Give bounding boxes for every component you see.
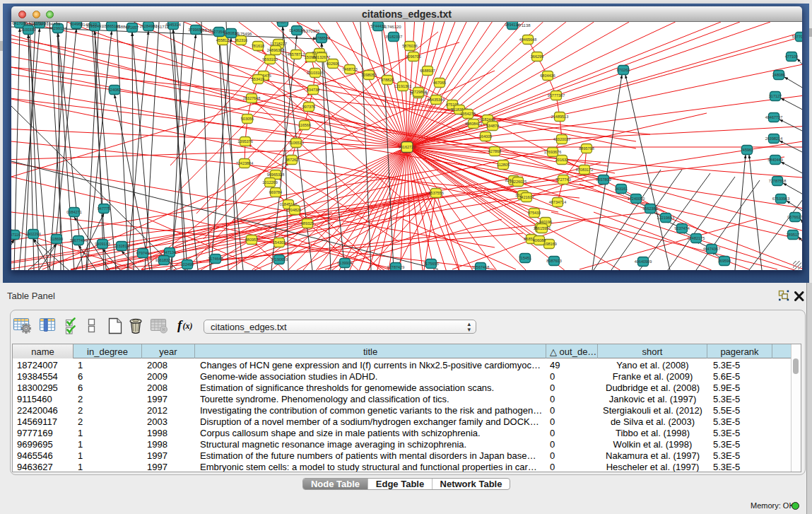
svg-text:6537556: 6537556 <box>428 191 443 195</box>
svg-text:289517: 289517 <box>787 233 799 237</box>
svg-text:9237474: 9237474 <box>674 226 689 230</box>
svg-text:67533963: 67533963 <box>772 197 789 201</box>
svg-text:43320037: 43320037 <box>553 137 570 141</box>
svg-text:22219693: 22219693 <box>657 216 674 220</box>
svg-text:46474367: 46474367 <box>703 247 720 251</box>
svg-text:5840449: 5840449 <box>767 158 782 162</box>
svg-text:74395339: 74395339 <box>24 22 43 26</box>
svg-text:0139904: 0139904 <box>337 261 352 265</box>
svg-text:834738: 834738 <box>307 88 319 92</box>
svg-text:745961: 745961 <box>741 148 753 152</box>
svg-text:102499: 102499 <box>181 262 194 267</box>
svg-text:112805: 112805 <box>497 163 510 167</box>
svg-text:870262: 870262 <box>617 68 630 72</box>
svg-text:95788568: 95788568 <box>313 36 330 40</box>
svg-text:317127: 317127 <box>769 94 782 98</box>
svg-text:46578713: 46578713 <box>288 52 305 57</box>
svg-text:685160: 685160 <box>200 28 215 33</box>
svg-text:154303: 154303 <box>273 240 286 245</box>
svg-text:8087603: 8087603 <box>546 259 561 263</box>
svg-text:715451: 715451 <box>519 256 531 260</box>
svg-text:80132677: 80132677 <box>313 55 330 59</box>
svg-text:978820: 978820 <box>381 78 394 82</box>
svg-text:23226025: 23226025 <box>510 180 526 184</box>
svg-text:85435346: 85435346 <box>428 98 445 102</box>
svg-text:447134: 447134 <box>163 250 176 255</box>
svg-text:5876036: 5876036 <box>402 44 417 48</box>
svg-text:375433: 375433 <box>528 211 541 215</box>
svg-text:366299: 366299 <box>531 54 543 59</box>
svg-text:59770348: 59770348 <box>792 35 802 39</box>
svg-text:72423884: 72423884 <box>236 161 253 165</box>
svg-text:7174648: 7174648 <box>208 257 223 261</box>
svg-text:471138: 471138 <box>517 23 531 28</box>
svg-text:0576627: 0576627 <box>787 215 802 219</box>
svg-text:45299124: 45299124 <box>49 26 66 30</box>
svg-text:48734714: 48734714 <box>549 200 566 204</box>
svg-text:0106513: 0106513 <box>288 141 303 145</box>
svg-text:534874: 534874 <box>486 124 499 128</box>
svg-text:38677496: 38677496 <box>70 238 87 243</box>
svg-text:7451712: 7451712 <box>153 25 170 29</box>
svg-text:24896383: 24896383 <box>267 48 284 52</box>
svg-text:387262: 387262 <box>286 158 298 162</box>
svg-text:51370985: 51370985 <box>301 29 320 33</box>
svg-text:489325: 489325 <box>301 221 314 226</box>
svg-text:17693676: 17693676 <box>544 150 561 154</box>
svg-text:6688937: 6688937 <box>420 69 435 73</box>
svg-text:369594: 369594 <box>718 259 731 263</box>
svg-text:1012269: 1012269 <box>262 180 277 185</box>
svg-text:35182337: 35182337 <box>385 35 402 39</box>
svg-text:318699: 318699 <box>50 237 63 241</box>
svg-text:8727743: 8727743 <box>555 177 570 182</box>
svg-text:8657809: 8657809 <box>596 177 611 182</box>
svg-text:477109: 477109 <box>785 54 798 59</box>
svg-text:880957: 880957 <box>245 238 258 242</box>
svg-text:02787429: 02787429 <box>387 265 404 269</box>
svg-text:90162720: 90162720 <box>399 145 416 149</box>
svg-text:704828: 704828 <box>288 208 301 212</box>
svg-text:96965328: 96965328 <box>267 173 284 177</box>
svg-text:553419: 553419 <box>252 77 264 81</box>
svg-text:781618: 781618 <box>252 44 264 48</box>
svg-text:72787558: 72787558 <box>769 179 786 183</box>
svg-text:12191361: 12191361 <box>394 84 411 88</box>
svg-text:201632: 201632 <box>555 158 568 162</box>
svg-text:679740: 679740 <box>136 251 149 255</box>
svg-text:047116: 047116 <box>11 233 20 237</box>
svg-text:997376: 997376 <box>302 105 315 109</box>
svg-text:1354278: 1354278 <box>460 112 475 116</box>
svg-text:8895798: 8895798 <box>579 146 594 151</box>
svg-text:248086: 248086 <box>772 73 785 77</box>
svg-text:362316: 362316 <box>235 38 247 42</box>
svg-text:467065: 467065 <box>433 81 446 85</box>
svg-text:21489513: 21489513 <box>551 115 568 119</box>
svg-text:87083172: 87083172 <box>576 168 593 172</box>
svg-text:947775: 947775 <box>98 206 110 211</box>
svg-text:3100330: 3100330 <box>20 28 35 32</box>
svg-text:1902294: 1902294 <box>25 232 40 236</box>
svg-text:48465648: 48465648 <box>519 37 536 42</box>
svg-text:0084271: 0084271 <box>66 210 81 214</box>
svg-text:8175496: 8175496 <box>235 32 252 36</box>
svg-text:3098050: 3098050 <box>361 73 376 77</box>
svg-text:9909133: 9909133 <box>95 242 110 246</box>
svg-text:26398214: 26398214 <box>765 136 782 141</box>
svg-text:9593103: 9593103 <box>262 57 277 62</box>
svg-text:(x): (x) <box>183 321 193 331</box>
svg-text:28327648: 28327648 <box>243 96 260 100</box>
svg-text:427868: 427868 <box>488 149 501 153</box>
svg-text:406088: 406088 <box>533 238 546 243</box>
svg-text:77190659: 77190659 <box>271 257 288 262</box>
svg-text:116566: 116566 <box>298 123 311 127</box>
svg-text:678377: 678377 <box>276 22 289 24</box>
svg-text:7175655: 7175655 <box>423 262 438 266</box>
svg-text:669784: 669784 <box>269 190 282 194</box>
svg-text:30103105: 30103105 <box>307 71 324 75</box>
svg-text:62729806: 62729806 <box>410 90 427 94</box>
svg-text:602606: 602606 <box>326 62 339 66</box>
svg-text:343161: 343161 <box>615 187 628 191</box>
svg-text:95777387: 95777387 <box>548 93 565 98</box>
svg-text:5562386: 5562386 <box>642 206 657 211</box>
svg-text:1395376: 1395376 <box>237 139 252 144</box>
